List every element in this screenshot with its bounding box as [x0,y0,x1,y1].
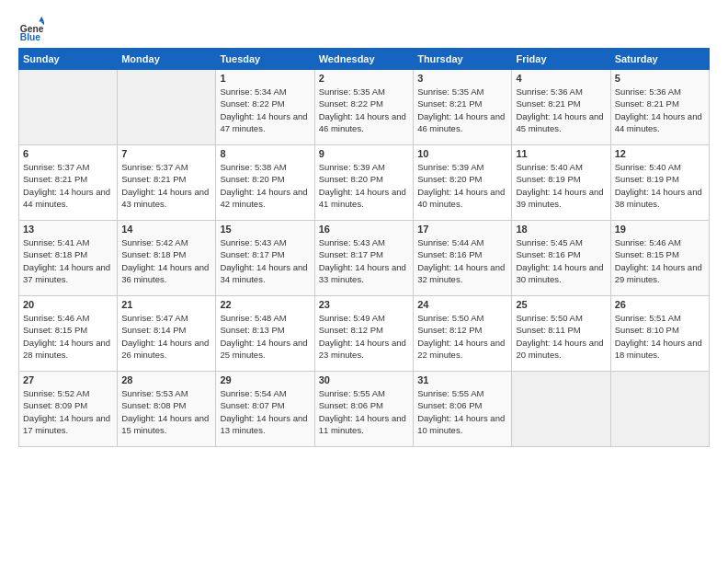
day-number: 2 [319,73,409,84]
day-info: Sunrise: 5:44 AMSunset: 8:16 PMDaylight:… [417,236,507,285]
calendar-cell: 14Sunrise: 5:42 AMSunset: 8:18 PMDayligh… [118,221,216,296]
day-number: 21 [121,299,211,310]
day-number: 27 [23,374,113,385]
day-number: 9 [319,148,409,159]
calendar-header-row: SundayMondayTuesdayWednesdayThursdayFrid… [19,49,710,70]
weekday-header: Monday [118,49,216,70]
calendar-cell: 25Sunrise: 5:50 AMSunset: 8:11 PMDayligh… [512,296,610,372]
day-info: Sunrise: 5:46 AMSunset: 8:15 PMDaylight:… [23,312,113,361]
calendar-cell: 2Sunrise: 5:35 AMSunset: 8:22 PMDaylight… [314,70,413,145]
day-number: 25 [516,299,606,310]
calendar-cell [610,372,709,447]
weekday-header: Sunday [19,49,118,70]
day-info: Sunrise: 5:35 AMSunset: 8:21 PMDaylight:… [417,86,507,134]
day-info: Sunrise: 5:50 AMSunset: 8:11 PMDaylight:… [516,312,606,361]
svg-marker-2 [39,17,44,22]
day-info: Sunrise: 5:39 AMSunset: 8:20 PMDaylight:… [319,161,409,210]
calendar-cell: 5Sunrise: 5:36 AMSunset: 8:21 PMDaylight… [610,70,709,145]
day-number: 19 [615,224,705,235]
calendar-cell: 19Sunrise: 5:46 AMSunset: 8:15 PMDayligh… [610,221,709,296]
day-number: 14 [121,224,211,235]
calendar-cell: 23Sunrise: 5:49 AMSunset: 8:12 PMDayligh… [314,296,413,372]
weekday-header: Tuesday [216,49,314,70]
calendar-cell: 21Sunrise: 5:47 AMSunset: 8:14 PMDayligh… [118,296,216,372]
day-info: Sunrise: 5:52 AMSunset: 8:09 PMDaylight:… [23,387,113,436]
calendar-cell: 20Sunrise: 5:46 AMSunset: 8:15 PMDayligh… [19,296,118,372]
day-number: 28 [121,374,211,385]
calendar-cell: 27Sunrise: 5:52 AMSunset: 8:09 PMDayligh… [19,372,118,447]
day-info: Sunrise: 5:47 AMSunset: 8:14 PMDaylight:… [121,312,211,361]
day-info: Sunrise: 5:48 AMSunset: 8:13 PMDaylight:… [220,312,310,361]
day-number: 20 [23,299,113,310]
calendar-cell: 9Sunrise: 5:39 AMSunset: 8:20 PMDaylight… [314,145,413,221]
day-info: Sunrise: 5:54 AMSunset: 8:07 PMDaylight:… [220,387,310,436]
weekday-header: Friday [512,49,610,70]
calendar-week-row: 27Sunrise: 5:52 AMSunset: 8:09 PMDayligh… [19,372,710,447]
calendar: SundayMondayTuesdayWednesdayThursdayFrid… [18,48,710,447]
calendar-cell: 15Sunrise: 5:43 AMSunset: 8:17 PMDayligh… [216,221,314,296]
calendar-cell: 16Sunrise: 5:43 AMSunset: 8:17 PMDayligh… [314,221,413,296]
day-number: 4 [516,73,606,84]
page-header: General Blue [18,15,710,40]
day-number: 12 [615,148,705,159]
day-info: Sunrise: 5:37 AMSunset: 8:21 PMDaylight:… [23,161,113,210]
calendar-cell: 28Sunrise: 5:53 AMSunset: 8:08 PMDayligh… [118,372,216,447]
day-info: Sunrise: 5:35 AMSunset: 8:22 PMDaylight:… [319,86,409,134]
day-number: 29 [220,374,310,385]
logo: General Blue [18,15,48,40]
day-number: 17 [417,224,507,235]
calendar-cell: 18Sunrise: 5:45 AMSunset: 8:16 PMDayligh… [512,221,610,296]
calendar-cell [512,372,610,447]
calendar-cell: 30Sunrise: 5:55 AMSunset: 8:06 PMDayligh… [314,372,413,447]
day-info: Sunrise: 5:46 AMSunset: 8:15 PMDaylight:… [615,236,705,285]
day-number: 30 [319,374,409,385]
weekday-header: Wednesday [314,49,413,70]
svg-text:Blue: Blue [20,32,41,40]
day-info: Sunrise: 5:36 AMSunset: 8:21 PMDaylight:… [516,86,606,134]
calendar-cell: 4Sunrise: 5:36 AMSunset: 8:21 PMDaylight… [512,70,610,145]
calendar-week-row: 1Sunrise: 5:34 AMSunset: 8:22 PMDaylight… [19,70,710,145]
calendar-cell: 26Sunrise: 5:51 AMSunset: 8:10 PMDayligh… [610,296,709,372]
day-info: Sunrise: 5:55 AMSunset: 8:06 PMDaylight:… [417,387,507,436]
calendar-cell: 1Sunrise: 5:34 AMSunset: 8:22 PMDaylight… [216,70,314,145]
calendar-cell: 8Sunrise: 5:38 AMSunset: 8:20 PMDaylight… [216,145,314,221]
day-number: 24 [417,299,507,310]
calendar-cell: 31Sunrise: 5:55 AMSunset: 8:06 PMDayligh… [414,372,512,447]
day-info: Sunrise: 5:40 AMSunset: 8:19 PMDaylight:… [615,161,705,210]
day-info: Sunrise: 5:51 AMSunset: 8:10 PMDaylight:… [615,312,705,361]
calendar-cell: 22Sunrise: 5:48 AMSunset: 8:13 PMDayligh… [216,296,314,372]
day-number: 6 [23,148,113,159]
calendar-cell [118,70,216,145]
calendar-cell: 24Sunrise: 5:50 AMSunset: 8:12 PMDayligh… [414,296,512,372]
day-number: 16 [319,224,409,235]
calendar-cell: 10Sunrise: 5:39 AMSunset: 8:20 PMDayligh… [414,145,512,221]
day-number: 11 [516,148,606,159]
calendar-cell: 7Sunrise: 5:37 AMSunset: 8:21 PMDaylight… [118,145,216,221]
calendar-week-row: 6Sunrise: 5:37 AMSunset: 8:21 PMDaylight… [19,145,710,221]
day-number: 8 [220,148,310,159]
day-info: Sunrise: 5:39 AMSunset: 8:20 PMDaylight:… [417,161,507,210]
day-info: Sunrise: 5:41 AMSunset: 8:18 PMDaylight:… [23,236,113,285]
day-info: Sunrise: 5:40 AMSunset: 8:19 PMDaylight:… [516,161,606,210]
day-info: Sunrise: 5:49 AMSunset: 8:12 PMDaylight:… [319,312,409,361]
day-number: 13 [23,224,113,235]
day-info: Sunrise: 5:34 AMSunset: 8:22 PMDaylight:… [220,86,310,134]
logo-icon: General Blue [18,15,44,40]
day-info: Sunrise: 5:50 AMSunset: 8:12 PMDaylight:… [417,312,507,361]
calendar-cell: 13Sunrise: 5:41 AMSunset: 8:18 PMDayligh… [19,221,118,296]
day-number: 26 [615,299,705,310]
day-info: Sunrise: 5:43 AMSunset: 8:17 PMDaylight:… [319,236,409,285]
calendar-week-row: 13Sunrise: 5:41 AMSunset: 8:18 PMDayligh… [19,221,710,296]
day-info: Sunrise: 5:45 AMSunset: 8:16 PMDaylight:… [516,236,606,285]
day-number: 18 [516,224,606,235]
day-number: 22 [220,299,310,310]
day-number: 3 [417,73,507,84]
day-number: 1 [220,73,310,84]
weekday-header: Thursday [414,49,512,70]
day-info: Sunrise: 5:55 AMSunset: 8:06 PMDaylight:… [319,387,409,436]
calendar-week-row: 20Sunrise: 5:46 AMSunset: 8:15 PMDayligh… [19,296,710,372]
day-number: 7 [121,148,211,159]
calendar-cell: 11Sunrise: 5:40 AMSunset: 8:19 PMDayligh… [512,145,610,221]
day-number: 31 [417,374,507,385]
day-number: 23 [319,299,409,310]
